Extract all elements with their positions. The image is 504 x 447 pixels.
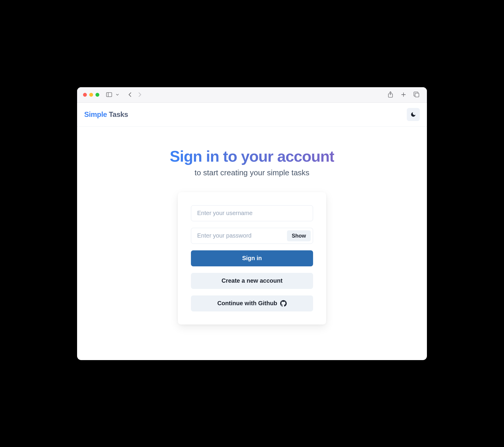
continue-with-github-button[interactable]: Continue with Github — [191, 295, 313, 311]
username-input[interactable] — [191, 205, 313, 221]
logo-word-2: Tasks — [107, 110, 128, 118]
username-field-wrapper — [191, 205, 313, 221]
app-logo[interactable]: Simple Tasks — [84, 110, 128, 119]
main-content: Sign in to your account to start creatin… — [77, 127, 427, 360]
page-subtitle: to start creating your simple tasks — [194, 168, 309, 177]
sidebar-dropdown-button[interactable] — [115, 90, 120, 99]
signin-card: Show Sign in Create a new account Contin… — [178, 192, 326, 324]
svg-rect-6 — [415, 93, 419, 97]
share-button[interactable] — [386, 90, 395, 99]
signin-button[interactable]: Sign in — [191, 250, 313, 266]
browser-titlebar — [77, 87, 427, 103]
moon-icon — [410, 112, 416, 117]
titlebar-right — [386, 90, 421, 99]
close-window-button[interactable] — [83, 93, 87, 97]
logo-word-1: Simple — [84, 110, 107, 118]
new-tab-button[interactable] — [399, 90, 408, 99]
page-title: Sign in to your account — [170, 147, 334, 165]
maximize-window-button[interactable] — [95, 93, 99, 97]
window-controls — [83, 93, 99, 97]
nav-buttons — [125, 90, 144, 99]
titlebar-left — [83, 90, 144, 99]
create-account-button[interactable]: Create a new account — [191, 273, 313, 289]
browser-window: Simple Tasks Sign in to your account to … — [77, 87, 427, 360]
password-field-wrapper: Show — [191, 228, 313, 244]
svg-rect-0 — [106, 93, 112, 97]
back-button[interactable] — [125, 90, 134, 99]
show-password-button[interactable]: Show — [287, 230, 311, 241]
sidebar-toggle-group — [105, 90, 120, 99]
sidebar-toggle-button[interactable] — [105, 90, 114, 99]
forward-button[interactable] — [135, 90, 144, 99]
tabs-overview-button[interactable] — [412, 90, 421, 99]
theme-toggle-button[interactable] — [407, 108, 420, 121]
github-icon — [280, 300, 287, 307]
github-button-label: Continue with Github — [217, 300, 277, 307]
minimize-window-button[interactable] — [89, 93, 93, 97]
app-header: Simple Tasks — [77, 103, 427, 127]
